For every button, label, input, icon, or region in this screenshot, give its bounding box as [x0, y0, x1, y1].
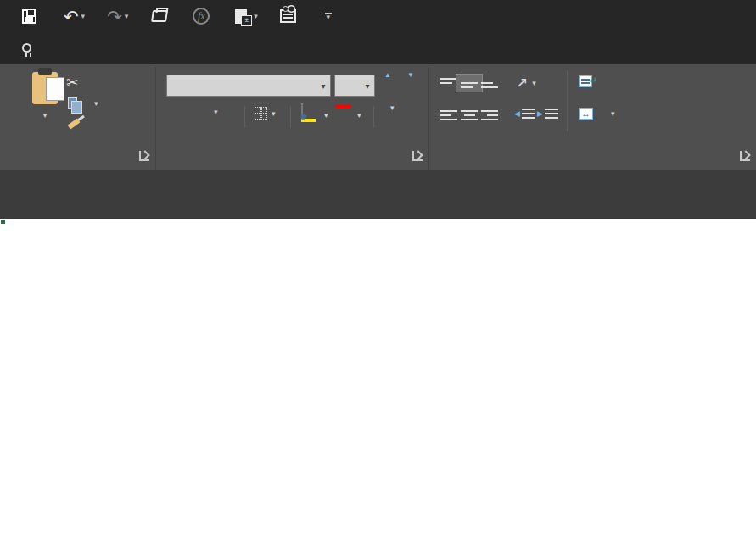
- increase-indent-icon: ▶: [537, 109, 543, 118]
- font-size-dropdown-icon[interactable]: ▾: [361, 81, 374, 91]
- insert-function-button[interactable]: fx: [188, 3, 215, 29]
- ribbon-tab-bar: [0, 32, 756, 64]
- phonetic-dropdown-icon[interactable]: ▾: [390, 103, 395, 112]
- separator: [244, 106, 245, 128]
- font-color-swatch: [336, 104, 350, 108]
- align-center-icon: [461, 110, 478, 120]
- redo-dropdown-icon[interactable]: ▾: [125, 12, 129, 20]
- redo-button[interactable]: ↷▾: [102, 3, 133, 29]
- increase-indent-button[interactable]: ▶: [537, 109, 558, 119]
- shrink-font-button[interactable]: ▼: [405, 77, 416, 85]
- fill-color-dropdown-icon[interactable]: ▾: [324, 111, 328, 120]
- top-align-icon: [440, 78, 457, 88]
- borders-dropdown-icon[interactable]: ▾: [272, 109, 276, 118]
- separator: [373, 106, 374, 128]
- decrease-indent-button[interactable]: ◀: [514, 109, 535, 119]
- font-color-button[interactable]: [336, 103, 350, 108]
- save-button[interactable]: [17, 3, 42, 29]
- decrease-indent-icon: ◀: [514, 109, 520, 118]
- paste-special-button[interactable]: ▾: [230, 3, 263, 29]
- copy-dropdown-icon[interactable]: ▾: [94, 99, 98, 108]
- orientation-dropdown-icon[interactable]: ▾: [532, 79, 536, 87]
- print-button[interactable]: [147, 3, 172, 29]
- alignment-dialog-launcher-icon[interactable]: [740, 151, 750, 161]
- merge-center-button[interactable]: ↔ ▾: [579, 108, 615, 120]
- workbook-icon: [280, 9, 296, 23]
- paste-special-dropdown-icon[interactable]: ▾: [254, 12, 258, 20]
- borders-button[interactable]: ▾: [255, 107, 276, 120]
- fill-handle[interactable]: [0, 219, 6, 225]
- underline-dropdown-icon[interactable]: ▾: [214, 108, 218, 116]
- fill-color-button[interactable]: [301, 104, 316, 122]
- underline-button[interactable]: ▾: [210, 108, 218, 116]
- middle-align-icon: [461, 78, 478, 88]
- undo-button[interactable]: ↶▾: [59, 3, 90, 29]
- orientation-button[interactable]: ↗ ▾: [516, 74, 536, 92]
- bottom-align-icon: [481, 78, 498, 88]
- font-name-combo[interactable]: ▾: [166, 75, 331, 97]
- undo-dropdown-icon[interactable]: ▾: [81, 12, 86, 20]
- ribbon: ▾ ✂ ▾ ▾ ▾ ▲ ▼ ▾ ▾: [0, 64, 756, 170]
- wrap-text-icon: [579, 75, 592, 87]
- merge-center-icon: ↔: [579, 108, 593, 120]
- chevron-down-icon: ▾: [327, 15, 331, 19]
- orientation-icon: ↗: [516, 74, 528, 92]
- scissors-icon: ✂: [66, 74, 78, 92]
- paste-special-icon: [235, 9, 247, 24]
- align-left-icon: [440, 110, 457, 120]
- tell-me-box[interactable]: [22, 32, 132, 64]
- workbook-button[interactable]: [275, 3, 301, 29]
- grow-font-button[interactable]: ▲: [382, 77, 393, 85]
- cut-button[interactable]: ✂: [66, 74, 82, 92]
- undo-icon: ↶: [64, 8, 79, 25]
- spreadsheet: [0, 219, 756, 540]
- merge-center-dropdown-icon[interactable]: ▾: [611, 109, 615, 118]
- font-size-combo[interactable]: ▾: [334, 75, 375, 97]
- clipboard-dialog-launcher-icon[interactable]: [139, 151, 149, 161]
- print-icon: [151, 10, 168, 22]
- font-dialog-launcher-icon[interactable]: [412, 151, 423, 161]
- formula-bar-row: ▼ ⋮: [0, 170, 756, 219]
- align-right-button[interactable]: [476, 106, 503, 125]
- font-color-dropdown-icon[interactable]: ▾: [357, 111, 361, 120]
- font-name-dropdown-icon[interactable]: ▾: [316, 81, 330, 91]
- fill-color-icon: [301, 103, 303, 119]
- phonetic-button[interactable]: ▾: [386, 103, 395, 112]
- save-icon: [22, 9, 36, 24]
- format-painter-icon: [68, 119, 81, 130]
- redo-icon: ↷: [107, 8, 122, 25]
- copy-button[interactable]: ▾: [68, 97, 98, 109]
- wrap-text-button[interactable]: [579, 75, 603, 87]
- function-icon: fx: [193, 8, 210, 25]
- customize-qat-button[interactable]: ▾: [320, 3, 337, 29]
- align-right-icon: [481, 110, 498, 120]
- format-painter-button[interactable]: [68, 121, 87, 126]
- titlebar: ↶▾ ↷▾ fx ▾ ▾: [0, 0, 756, 32]
- borders-icon: [255, 107, 267, 120]
- copy-icon: [68, 97, 77, 109]
- separator: [567, 70, 568, 131]
- lightbulb-icon: [22, 43, 31, 53]
- separator: [290, 106, 291, 128]
- paste-icon: [32, 72, 58, 104]
- bottom-align-button[interactable]: [476, 74, 503, 92]
